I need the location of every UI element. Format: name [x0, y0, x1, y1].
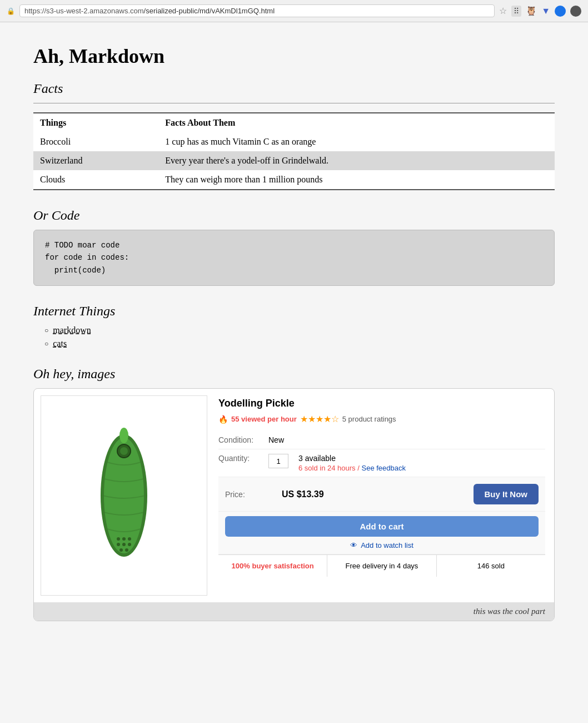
table-row: Clouds They can weigh more than 1 millio…: [33, 170, 555, 190]
internet-list: markdown cats: [33, 325, 555, 349]
card-caption: this was the cool part: [34, 602, 554, 621]
product-details: Yodelling Pickle 🔥 55 viewed per hour ★★…: [214, 389, 554, 602]
browser-icons: ☆ ⠿ 🦉 ▼: [499, 6, 581, 17]
menu-icon[interactable]: ⠿: [511, 6, 521, 17]
code-section: Or Code # TODO moar code for code in cod…: [33, 208, 555, 286]
browser-bar: 🔒 https://s3-us-west-2.amazonaws.com/ser…: [0, 0, 588, 22]
profile-icon[interactable]: [570, 6, 581, 17]
internet-heading: Internet Things: [33, 304, 555, 319]
footer-delivery: Free delivery in 4 days: [327, 555, 436, 577]
thing-fact: 1 cup has as much Vitamin C as an orange: [158, 132, 555, 151]
thing-fact: They can weigh more than 1 million pound…: [158, 170, 555, 190]
facts-section: Facts Things Facts About Them Broccoli 1…: [33, 81, 555, 190]
facts-table: Things Facts About Them Broccoli 1 cup h…: [33, 112, 555, 190]
available-info: 3 available 6 sold in 24 hours / See fee…: [298, 454, 406, 472]
add-to-cart-button[interactable]: Add to cart: [225, 516, 539, 537]
product-views: 🔥 55 viewed per hour ★★★★☆ 5 product rat…: [218, 414, 545, 424]
star-icon[interactable]: ☆: [499, 6, 507, 16]
list-item: cats: [44, 339, 555, 349]
code-block: # TODO moar code for code in codes: prin…: [33, 230, 555, 286]
svg-point-4: [117, 537, 120, 541]
quantity-label: Quantity:: [218, 454, 268, 472]
sold-text: 6 sold in 24 hours: [298, 464, 356, 472]
svg-point-6: [128, 537, 131, 541]
views-text: 55 viewed per hour: [231, 415, 297, 423]
svg-point-9: [128, 543, 131, 546]
svg-point-3: [120, 447, 128, 455]
svg-point-12: [119, 428, 128, 443]
fire-icon: 🔥: [218, 415, 228, 424]
col-facts: Facts About Them: [158, 113, 555, 132]
star-rating: ★★★★☆: [300, 414, 339, 424]
svg-point-10: [119, 548, 123, 552]
condition-row: Condition: New: [218, 431, 545, 449]
available-text: 3 available: [298, 454, 406, 463]
watch-list-link[interactable]: 👁 Add to watch list: [225, 541, 539, 549]
ratings-count: 5 product ratings: [342, 415, 396, 423]
product-card: Yodelling Pickle 🔥 55 viewed per hour ★★…: [33, 388, 555, 621]
svg-point-11: [125, 548, 128, 552]
footer-sold: 146 sold: [437, 555, 545, 577]
address-bar[interactable]: https://s3-us-west-2.amazonaws.com/seria…: [19, 4, 495, 17]
quantity-area: 3 available 6 sold in 24 hours / See fee…: [268, 454, 406, 472]
product-title: Yodelling Pickle: [218, 398, 545, 409]
quantity-row: Quantity: 3 available 6 sold in 24 hours…: [218, 449, 545, 477]
action-buttons: Add to cart 👁 Add to watch list: [218, 512, 545, 554]
sold-info: 6 sold in 24 hours / See feedback: [298, 464, 406, 472]
thing-fact: Every year there's a yodel-off in Grinde…: [158, 151, 555, 170]
images-section: Oh hey, images: [33, 367, 555, 621]
svg-point-7: [117, 543, 120, 546]
col-things: Things: [33, 113, 158, 132]
bookmark-icon[interactable]: ▼: [541, 6, 550, 16]
thing-name: Clouds: [33, 170, 158, 190]
url-path: /serialized-public/md/vAKmDl1mGQ.html: [144, 7, 275, 15]
price-value: US $13.39: [282, 489, 467, 499]
internet-section: Internet Things markdown cats: [33, 304, 555, 349]
quantity-input[interactable]: [268, 454, 288, 468]
condition-value: New: [268, 435, 284, 444]
circle-icon[interactable]: [555, 6, 566, 17]
owl-icon[interactable]: 🦉: [526, 6, 537, 16]
product-footer: 100% buyer satisfaction Free delivery in…: [218, 554, 545, 577]
url-base: https://s3-us-west-2.amazonaws.com: [24, 7, 144, 15]
facts-heading: Facts: [33, 81, 555, 96]
thing-name: Broccoli: [33, 132, 158, 151]
list-item: markdown: [44, 325, 555, 335]
price-row: Price: US $13.39 Buy It Now: [218, 477, 545, 512]
svg-point-5: [122, 537, 126, 541]
images-heading: Oh hey, images: [33, 367, 555, 382]
see-feedback-link[interactable]: See feedback: [361, 464, 406, 472]
code-heading: Or Code: [33, 208, 555, 223]
footer-satisfaction: 100% buyer satisfaction: [218, 555, 327, 577]
product-image-container: [41, 395, 207, 596]
page-title: Ah, Markdown: [33, 44, 555, 68]
buy-now-button[interactable]: Buy It Now: [474, 484, 539, 504]
eye-icon: 👁: [350, 541, 357, 549]
markdown-link[interactable]: markdown: [53, 325, 91, 335]
condition-label: Condition:: [218, 435, 268, 444]
lock-icon: 🔒: [7, 7, 15, 15]
product-card-body: Yodelling Pickle 🔥 55 viewed per hour ★★…: [34, 389, 554, 602]
cats-link[interactable]: cats: [53, 339, 67, 349]
svg-point-8: [122, 543, 126, 546]
pickle-image: [91, 418, 157, 573]
table-row: Broccoli 1 cup has as much Vitamin C as …: [33, 132, 555, 151]
table-row: Switzerland Every year there's a yodel-o…: [33, 151, 555, 170]
page-content: Ah, Markdown Facts Things Facts About Th…: [0, 22, 588, 723]
price-label: Price:: [225, 490, 275, 499]
thing-name: Switzerland: [33, 151, 158, 170]
